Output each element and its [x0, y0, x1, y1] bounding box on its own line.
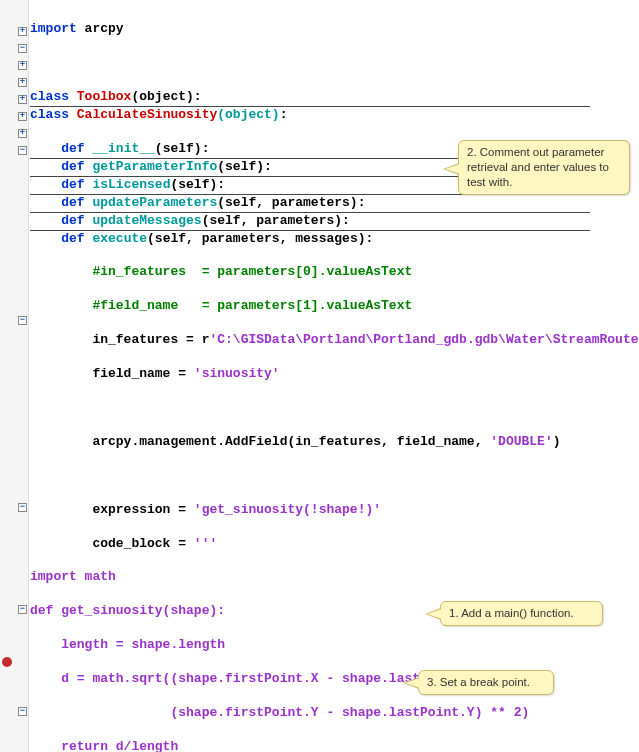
code-line: def execute(self, parameters, messages): — [30, 231, 639, 248]
fold-minus-icon[interactable]: − — [18, 605, 27, 614]
code-line: import math — [30, 569, 639, 586]
code-line: return d/length — [30, 739, 639, 752]
code-line: code_block = ''' — [30, 536, 639, 553]
code-line: class CalculateSinuosity(object): — [30, 107, 639, 124]
code-line: #in_features = parameters[0].valueAsText — [30, 264, 639, 281]
code-line: import arcpy — [30, 21, 639, 38]
breakpoint-icon[interactable] — [2, 657, 12, 667]
fold-plus-icon[interactable]: + — [18, 95, 27, 104]
fold-minus-icon[interactable]: − — [18, 44, 27, 53]
fold-plus-icon[interactable]: + — [18, 129, 27, 138]
fold-minus-icon[interactable]: − — [18, 316, 27, 325]
fold-minus-icon[interactable]: − — [18, 503, 27, 512]
code-line: field_name = 'sinuosity' — [30, 366, 639, 383]
fold-plus-icon[interactable]: + — [18, 27, 27, 36]
code-line: def updateMessages(self, parameters): — [30, 213, 590, 231]
code-line: length = shape.length — [30, 637, 639, 654]
callout-2: 2. Comment out parameter retrieval and e… — [458, 140, 630, 195]
code-line: def updateParameters(self, parameters): — [30, 195, 590, 213]
callout-text: 1. Add a main() function. — [449, 607, 574, 619]
code-line: (shape.firstPoint.Y - shape.lastPoint.Y)… — [30, 705, 639, 722]
code-line: in_features = r'C:\GISData\Portland\Port… — [30, 332, 639, 349]
fold-plus-icon[interactable]: + — [18, 112, 27, 121]
gutter: + − + + + + + − − − − − — [0, 0, 29, 752]
code-editor: import arcpy class Toolbox(object): clas… — [30, 0, 639, 752]
fold-minus-icon[interactable]: − — [18, 146, 27, 155]
callout-text: 3. Set a break point. — [427, 676, 530, 688]
callout-text: 2. Comment out parameter retrieval and e… — [467, 146, 609, 188]
code-line: arcpy.management.AddField(in_features, f… — [30, 434, 639, 451]
code-line: expression = 'get_sinuosity(!shape!)' — [30, 502, 639, 519]
fold-plus-icon[interactable]: + — [18, 78, 27, 87]
code-line: class Toolbox(object): — [30, 89, 590, 107]
fold-plus-icon[interactable]: + — [18, 61, 27, 70]
fold-minus-icon[interactable]: − — [18, 707, 27, 716]
code-line: #field_name = parameters[1].valueAsText — [30, 298, 639, 315]
callout-3: 3. Set a break point. — [418, 670, 554, 695]
callout-1: 1. Add a main() function. — [440, 601, 603, 626]
